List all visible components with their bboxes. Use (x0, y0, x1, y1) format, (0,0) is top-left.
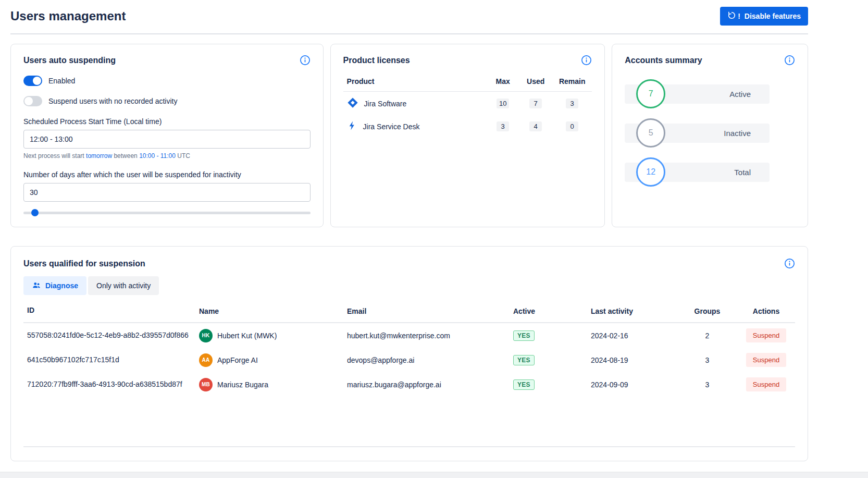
column-header-name: Name (199, 307, 347, 315)
suspension-card-title: Users qualified for suspension (23, 259, 145, 268)
enabled-toggle-label: Enabled (48, 77, 75, 85)
license-used-value: 7 (529, 99, 542, 108)
table-row: 557058:0241fd0e-5c12-4eb9-a8b2-d39557d0f… (23, 323, 795, 348)
next-process-helper: Next process will start tomorrow between… (23, 152, 311, 160)
summary-rows: 7 Active 5 Inactive 12 Total (625, 79, 795, 187)
license-used-value: 4 (529, 121, 542, 131)
suspend-button[interactable]: Suspend (746, 328, 786, 342)
no-activity-toggle[interactable] (23, 96, 42, 106)
horizontal-scrollbar[interactable] (0, 472, 868, 478)
summary-row-inactive: 5 Inactive (625, 118, 795, 148)
accounts-summary-card: Accounts summary 7 Active 5 (612, 44, 808, 227)
inactive-count: 5 (649, 128, 653, 138)
suspend-button[interactable]: Suspend (746, 377, 786, 391)
active-label: Active (729, 79, 751, 109)
summary-row-active: 7 Active (625, 79, 795, 108)
column-header-last-activity: Last activity (591, 307, 677, 315)
only-with-activity-label: Only with activity (96, 281, 151, 290)
diagnose-button[interactable]: Diagnose (23, 276, 86, 295)
info-icon[interactable] (300, 55, 311, 66)
suspend-button[interactable]: Suspend (746, 353, 786, 367)
accounts-summary-card-header: Accounts summary (625, 55, 795, 66)
license-row: Jira Software 10 7 3 (343, 92, 592, 115)
diagnose-label: Diagnose (45, 281, 78, 290)
groups-count: 3 (677, 356, 737, 364)
groups-count: 3 (677, 381, 737, 389)
last-activity-date: 2024-08-19 (591, 356, 677, 364)
schedule-label: Scheduled Process Start Time (Local time… (23, 117, 311, 126)
toggle-knob (24, 97, 33, 105)
days-input[interactable] (23, 183, 311, 202)
table-row: 641c50b967102fc717c15f1d AA AppForge AI … (23, 348, 795, 372)
user-email: devops@appforge.ai (347, 356, 513, 364)
helper-text: Next process will start (23, 152, 84, 160)
info-icon[interactable] (581, 55, 592, 66)
user-id: 641c50b967102fc717c15f1d (27, 355, 199, 365)
tomorrow-link[interactable]: tomorrow (86, 152, 112, 160)
column-header-actions: Actions (737, 307, 795, 315)
license-max-value: 10 (497, 99, 509, 108)
column-header-max: Max (487, 77, 519, 85)
slider-thumb[interactable] (31, 209, 39, 216)
info-icon[interactable] (784, 258, 795, 269)
active-count: 7 (649, 89, 653, 99)
last-activity-date: 2024-02-16 (591, 332, 677, 340)
avatar-initials: HK (202, 333, 209, 338)
column-header-remain: Remain (552, 77, 592, 85)
active-count-circle: 7 (636, 79, 665, 108)
cards-row: Users auto suspending Enabled Suspend us… (10, 44, 808, 227)
groups-count: 2 (677, 332, 737, 340)
summary-row-total: 12 Total (625, 157, 795, 187)
license-product-name: Jira Software (364, 100, 407, 108)
disable-features-label: Disable features (745, 12, 801, 20)
last-activity-date: 2024-09-09 (591, 381, 677, 389)
accounts-summary-card-title: Accounts summary (625, 56, 702, 65)
people-icon (32, 280, 41, 291)
product-licenses-card-title: Product licenses (343, 56, 410, 65)
product-licenses-card-header: Product licenses (343, 55, 592, 66)
utc-time-link[interactable]: 10:00 - 11:00 (139, 152, 176, 160)
schedule-input[interactable] (23, 130, 311, 149)
suspension-table-header: ID Name Email Active Last activity Group… (23, 305, 795, 323)
avatar: AA (199, 353, 213, 367)
licenses-table: Product Max Used Remain Jira Software 10… (343, 72, 592, 138)
license-remain-value: 3 (566, 99, 578, 108)
user-id: 557058:0241fd0e-5c12-4eb9-a8b2-d39557d0f… (27, 330, 199, 340)
table-row: 712020:77fb9fff-3aa6-4913-90cd-a638515bd… (23, 372, 795, 397)
total-label: Total (734, 157, 751, 187)
licenses-table-header: Product Max Used Remain (343, 72, 592, 92)
user-name: Hubert Kut (MWK) (217, 332, 277, 340)
column-header-active: Active (513, 307, 591, 315)
active-badge: YES (513, 330, 535, 341)
table-bottom-divider (23, 446, 795, 447)
column-header-product: Product (343, 77, 487, 85)
disable-features-button[interactable]: ! Disable features (720, 7, 808, 26)
column-header-used: Used (519, 77, 552, 85)
user-email: mariusz.bugara@appforge.ai (347, 381, 513, 389)
helper-text: UTC (177, 152, 190, 160)
enabled-toggle[interactable] (23, 76, 42, 86)
auto-suspend-card-title: Users auto suspending (23, 56, 116, 65)
column-header-id: ID (27, 305, 199, 315)
page-title: Users management (10, 9, 126, 23)
license-product: Jira Software (343, 97, 487, 110)
active-badge: YES (513, 379, 535, 390)
info-icon[interactable] (784, 55, 795, 66)
filter-buttons: Diagnose Only with activity (23, 276, 795, 295)
jira-service-desk-icon (347, 120, 357, 132)
user-id: 712020:77fb9fff-3aa6-4913-90cd-a638515bd… (27, 379, 199, 389)
user-email: hubert.kut@mwkenterprise.com (347, 332, 513, 340)
avatar-initials: MB (202, 382, 210, 387)
toggle-knob (33, 77, 41, 85)
page-header: Users management ! Disable features (10, 0, 808, 34)
only-with-activity-button[interactable]: Only with activity (88, 276, 159, 295)
days-slider[interactable] (23, 209, 311, 216)
license-remain-value: 0 (566, 121, 578, 131)
page-content: Users management ! Disable features User… (10, 0, 808, 461)
no-activity-toggle-label: Suspend users with no recorded activity (48, 97, 177, 105)
avatar: MB (199, 378, 213, 391)
auto-suspend-card-header: Users auto suspending (23, 55, 311, 66)
helper-text: between (114, 152, 137, 160)
license-product: Jira Service Desk (343, 120, 487, 132)
user-name: Mariusz Bugara (217, 381, 268, 389)
